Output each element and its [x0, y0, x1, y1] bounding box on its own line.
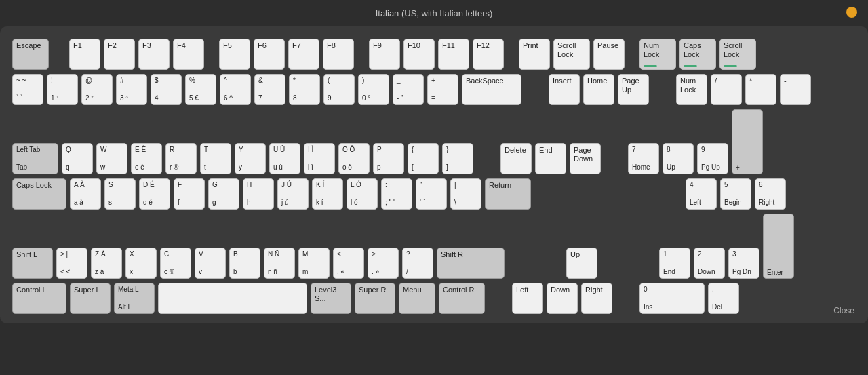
quote-key[interactable]: " ' ` [416, 178, 447, 210]
return-key[interactable]: Return [485, 178, 531, 210]
angle-bracket-key[interactable]: > | < < [56, 248, 87, 279]
k-key[interactable]: K Í k í [312, 178, 343, 210]
w-key[interactable]: W w [96, 143, 127, 174]
f11-key[interactable]: F11 [438, 39, 469, 70]
super-left-key[interactable]: Super L [70, 283, 111, 314]
a-key[interactable]: A À a à [70, 178, 101, 210]
level3-key[interactable]: Level3 S... [311, 283, 351, 314]
numpad-star-key[interactable]: * [745, 74, 776, 105]
numpad-1-key[interactable]: 1 End [659, 248, 690, 279]
d-key[interactable]: D É d é [139, 178, 170, 210]
numpad-6-key[interactable]: 6 Right [755, 178, 786, 210]
page-down-key[interactable]: Page Down [570, 143, 601, 174]
bracket-open-key[interactable]: { [ [408, 143, 439, 174]
arrow-up-key[interactable]: Up [566, 248, 597, 279]
numpad-5-key[interactable]: 5 Begin [720, 178, 751, 210]
6-key[interactable]: ^ 6 ^ [220, 74, 251, 105]
close-button[interactable]: Close [833, 306, 854, 315]
alt-left-key[interactable]: Meta L Alt L [114, 283, 155, 314]
numpad-dot-key[interactable]: . Del [708, 283, 739, 314]
z-key[interactable]: Z Á z á [91, 248, 122, 279]
caps-lock-key[interactable]: Caps Lock [12, 178, 66, 210]
0-key[interactable]: ) 0 ° [358, 74, 389, 105]
semicolon-key[interactable]: : ; " ' [381, 178, 412, 210]
i-key[interactable]: I Ì i ì [304, 143, 335, 174]
numpad-8-key[interactable]: 8 Up [663, 143, 694, 174]
f6-key[interactable]: F6 [254, 39, 285, 70]
equals-key[interactable]: + = [427, 74, 458, 105]
numpad-enter-key2[interactable]: Enter [763, 214, 794, 279]
f3-key[interactable]: F3 [138, 39, 170, 70]
v-key[interactable]: V v [195, 248, 226, 279]
end-key[interactable]: End [535, 143, 566, 174]
r-key[interactable]: R r ® [165, 143, 197, 174]
5-key[interactable]: % 5 € [185, 74, 216, 105]
ctrl-left-key[interactable]: Control L [12, 283, 66, 314]
numpad-7-key[interactable]: 7 Home [628, 143, 659, 174]
delete-key[interactable]: Delete [500, 143, 532, 174]
c-key[interactable]: C c © [160, 248, 191, 279]
minus-key[interactable]: _ - " [393, 74, 424, 105]
backspace-key[interactable]: BackSpace [462, 74, 521, 105]
h-key[interactable]: H h [243, 178, 274, 210]
f10-key[interactable]: F10 [403, 39, 435, 70]
8-key[interactable]: * 8 [289, 74, 320, 105]
tilde-key[interactable]: ~ ~ ` ` [12, 74, 43, 105]
4-key[interactable]: $ 4 [151, 74, 182, 105]
space-key[interactable] [158, 283, 307, 314]
page-up-key[interactable]: Page Up [618, 74, 649, 105]
9-key[interactable]: ( 9 [323, 74, 355, 105]
slash-key[interactable]: ? / [402, 248, 433, 279]
f8-key[interactable]: F8 [323, 39, 354, 70]
numpad-4-key[interactable]: 4 Left [686, 178, 717, 210]
super-right-key[interactable]: Super R [355, 283, 395, 314]
o-key[interactable]: O Ò o ò [338, 143, 370, 174]
u-key[interactable]: U Ù u ù [269, 143, 300, 174]
insert-key[interactable]: Insert [549, 74, 580, 105]
t-key[interactable]: T t [200, 143, 231, 174]
f-key[interactable]: F f [174, 178, 205, 210]
s-key[interactable]: S s [104, 178, 136, 210]
f1-key[interactable]: F1 [69, 39, 100, 70]
arrow-left-key[interactable]: Left [512, 283, 543, 314]
numpad-3-key[interactable]: 3 Pg Dn [728, 248, 760, 279]
shift-left-key[interactable]: Shift L [12, 248, 53, 279]
p-key[interactable]: P p [373, 143, 404, 174]
b-key[interactable]: B b [229, 248, 260, 279]
numpad-enter-key[interactable]: + [732, 109, 763, 174]
f5-key[interactable]: F5 [219, 39, 250, 70]
l-key[interactable]: L Ó l ó [347, 178, 378, 210]
e-key[interactable]: E È e è [131, 143, 162, 174]
shift-right-key[interactable]: Shift R [437, 248, 505, 279]
backslash-key[interactable]: | \ [450, 178, 481, 210]
n-key[interactable]: N Ñ n ñ [264, 248, 295, 279]
print-key[interactable]: Print [519, 39, 550, 70]
1-key[interactable]: ! 1 ¹ [47, 74, 78, 105]
numpad-2-key[interactable]: 2 Down [694, 248, 725, 279]
escape-key[interactable]: Escape [12, 39, 49, 70]
menu-key[interactable]: Menu [399, 283, 435, 314]
arrow-down-key[interactable]: Down [547, 283, 578, 314]
f9-key[interactable]: F9 [369, 39, 400, 70]
3-key[interactable]: # 3 ³ [116, 74, 147, 105]
bracket-close-key[interactable]: } ] [442, 143, 473, 174]
home-key[interactable]: Home [583, 74, 614, 105]
numpad-slash-key[interactable]: / [711, 74, 742, 105]
numpad-0-key[interactable]: 0 Ins [639, 283, 705, 314]
f4-key[interactable]: F4 [173, 39, 204, 70]
q-key[interactable]: Q q [62, 143, 93, 174]
2-key[interactable]: @ 2 ² [81, 74, 113, 105]
ctrl-right-key[interactable]: Control R [439, 283, 485, 314]
g-key[interactable]: G g [208, 178, 239, 210]
arrow-right-key[interactable]: Right [581, 283, 612, 314]
tab-key[interactable]: Left Tab Tab [12, 143, 58, 174]
j-key[interactable]: J Ú j ú [277, 178, 309, 210]
y-key[interactable]: Y y [235, 143, 266, 174]
numlock-key[interactable]: Num Lock [676, 74, 707, 105]
f12-key[interactable]: F12 [473, 39, 504, 70]
m-key[interactable]: M m [298, 248, 330, 279]
f7-key[interactable]: F7 [288, 39, 319, 70]
numpad-minus-key[interactable]: - [780, 74, 811, 105]
comma-key[interactable]: < , « [333, 248, 364, 279]
pause-key[interactable]: Pause [593, 39, 625, 70]
